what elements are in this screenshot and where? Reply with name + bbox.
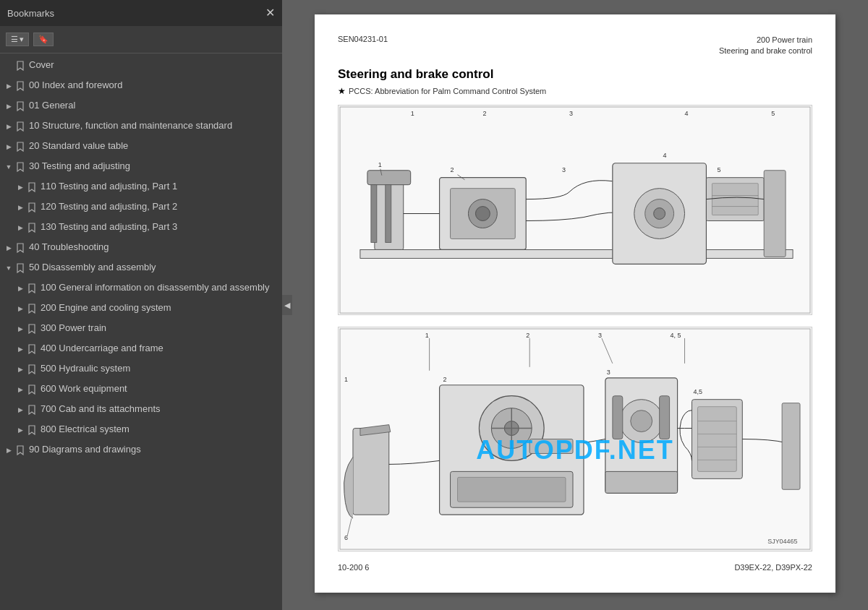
svg-rect-42 — [353, 428, 389, 515]
bookmark-item-800-electrical[interactable]: 800 Electrical system — [0, 421, 282, 441]
bookmark-flag-icon — [26, 364, 38, 374]
svg-rect-61 — [697, 407, 736, 472]
svg-text:3: 3 — [569, 110, 573, 117]
view-menu-button[interactable]: ☰ ▾ — [6, 33, 29, 46]
dropdown-arrow-icon: ▾ — [20, 35, 24, 44]
svg-text:2: 2 — [482, 110, 486, 117]
svg-text:4: 4 — [685, 110, 689, 117]
bookmark-item-30-testing[interactable]: 30 Testing and adjusting — [0, 158, 282, 178]
bookmark-label: 100 General information on disassembly a… — [41, 282, 278, 294]
expand-arrow-icon — [14, 385, 26, 395]
svg-text:3: 3 — [562, 166, 566, 173]
expand-arrow-icon — [14, 223, 26, 233]
bookmark-flag-icon — [14, 101, 26, 111]
bookmark-item-600-work[interactable]: 600 Work equipment — [0, 380, 282, 400]
bookmark-label: 700 Cab and its attachments — [41, 403, 278, 416]
svg-point-15 — [475, 206, 490, 220]
bookmark-label: 90 Diagrams and drawings — [29, 444, 278, 456]
expand-arrow-icon — [3, 445, 14, 455]
svg-text:2: 2 — [451, 166, 454, 173]
bookmark-label: 200 Engine and cooling system — [41, 302, 278, 314]
expand-arrow-icon — [3, 121, 14, 132]
bookmark-item-110-testing[interactable]: 110 Testing and adjusting, Part 1 — [0, 178, 282, 198]
bookmark-flag-icon — [14, 61, 26, 71]
bookmark-item-120-testing[interactable]: 120 Testing and adjusting, Part 2 — [0, 198, 282, 218]
svg-text:1: 1 — [378, 161, 382, 168]
expand-arrow-icon — [3, 162, 14, 172]
bookmark-icon: 🔖 — [38, 35, 48, 44]
section-title: Steering and brake control — [338, 67, 812, 82]
bookmark-item-500-hydraulic[interactable]: 500 Hydraulic system — [0, 360, 282, 380]
svg-text:2: 2 — [443, 376, 447, 383]
section-note-text: PCCS: Abbreviation for Palm Command Cont… — [349, 87, 546, 95]
bookmark-flag-icon — [26, 405, 38, 415]
svg-rect-51 — [529, 439, 573, 453]
bookmark-label: 110 Testing and adjusting, Part 1 — [41, 181, 278, 193]
bookmark-item-50-disassembly[interactable]: 50 Disassembly and assembly — [0, 259, 282, 279]
bookmark-item-400-undercarriage[interactable]: 400 Undercarriage and frame — [0, 340, 282, 360]
bookmark-item-01-general[interactable]: 01 General — [0, 97, 282, 117]
page-number: 10-200 6 — [338, 563, 369, 572]
svg-rect-21 — [712, 183, 758, 215]
svg-text:4,5: 4,5 — [693, 388, 702, 395]
svg-point-19 — [654, 207, 665, 219]
bookmark-item-130-testing[interactable]: 130 Testing and adjusting, Part 3 — [0, 218, 282, 239]
bookmark-label: 300 Power train — [41, 322, 278, 335]
expand-arrow-icon — [14, 364, 26, 374]
bookmark-add-button[interactable]: 🔖 — [33, 33, 54, 46]
main-content: SEN04231-01 200 Power train Steering and… — [282, 0, 868, 610]
bookmark-item-90-diagrams[interactable]: 90 Diagrams and drawings — [0, 441, 282, 461]
bookmark-flag-icon — [14, 263, 26, 273]
bookmark-item-cover[interactable]: Cover — [0, 56, 282, 77]
bookmark-item-40-trouble[interactable]: 40 Troubleshooting — [0, 239, 282, 259]
expand-arrow-icon — [3, 81, 14, 91]
header-section: 200 Power train — [719, 35, 812, 46]
expand-arrow-icon — [14, 324, 26, 334]
bookmark-item-200-engine[interactable]: 200 Engine and cooling system — [0, 299, 282, 319]
bookmark-item-00-index[interactable]: 00 Index and foreword — [0, 77, 282, 97]
bookmark-label: 01 General — [29, 100, 278, 112]
svg-text:1: 1 — [411, 110, 414, 117]
svg-text:5: 5 — [717, 166, 720, 173]
svg-rect-58 — [660, 396, 670, 439]
expand-arrow-icon — [3, 263, 14, 273]
page-footer: 10-200 6 D39EX-22, D39PX-22 — [338, 563, 812, 572]
diagram-2: 1 2 3 4, 5 6 — [338, 327, 812, 551]
bookmark-flag-icon — [26, 283, 38, 293]
sidebar-title: Bookmarks — [7, 8, 54, 19]
bookmark-label: 30 Testing and adjusting — [29, 160, 278, 173]
bookmark-item-20-standard[interactable]: 20 Standard value table — [0, 137, 282, 158]
bookmark-item-100-general-info[interactable]: 100 General information on disassembly a… — [0, 279, 282, 299]
bookmark-flag-icon — [14, 81, 26, 91]
page-header: SEN04231-01 200 Power train Steering and… — [338, 35, 812, 57]
svg-rect-11 — [386, 184, 391, 242]
expand-arrow-icon — [3, 101, 14, 111]
svg-text:2: 2 — [526, 332, 529, 339]
expand-arrow-icon — [14, 425, 26, 435]
bookmark-label: 130 Testing and adjusting, Part 3 — [41, 221, 278, 233]
svg-text:1: 1 — [344, 376, 348, 383]
diagram-1: 1 2 3 4 5 — [338, 105, 812, 315]
bookmark-item-700-cab[interactable]: 700 Cab and its attachments — [0, 400, 282, 421]
bookmark-label: 00 Index and foreword — [29, 80, 278, 92]
svg-text:SJY04465: SJY04465 — [767, 538, 797, 545]
bookmark-label: 10 Structure, function and maintenance s… — [29, 120, 278, 132]
bookmark-flag-icon — [14, 243, 26, 253]
collapse-sidebar-button[interactable]: ◀ — [282, 295, 292, 315]
bookmark-label: 400 Undercarriage and frame — [41, 343, 278, 355]
expand-arrow-icon — [14, 344, 26, 354]
close-button[interactable]: ✕ — [265, 7, 275, 19]
bookmark-flag-icon — [26, 344, 38, 354]
bookmark-label: 40 Troubleshooting — [29, 241, 278, 254]
list-icon: ☰ — [11, 35, 18, 44]
svg-rect-10 — [371, 184, 377, 242]
svg-rect-24 — [764, 171, 786, 257]
bookmark-item-10-structure[interactable]: 10 Structure, function and maintenance s… — [0, 117, 282, 137]
svg-text:5: 5 — [771, 110, 775, 117]
expand-arrow-icon — [14, 283, 26, 293]
expand-arrow-icon — [14, 405, 26, 415]
header-subsection: Steering and brake control — [719, 46, 812, 56]
bookmark-item-300-power[interactable]: 300 Power train — [0, 319, 282, 340]
bookmark-label: 20 Standard value table — [29, 140, 278, 152]
svg-rect-59 — [605, 471, 678, 493]
